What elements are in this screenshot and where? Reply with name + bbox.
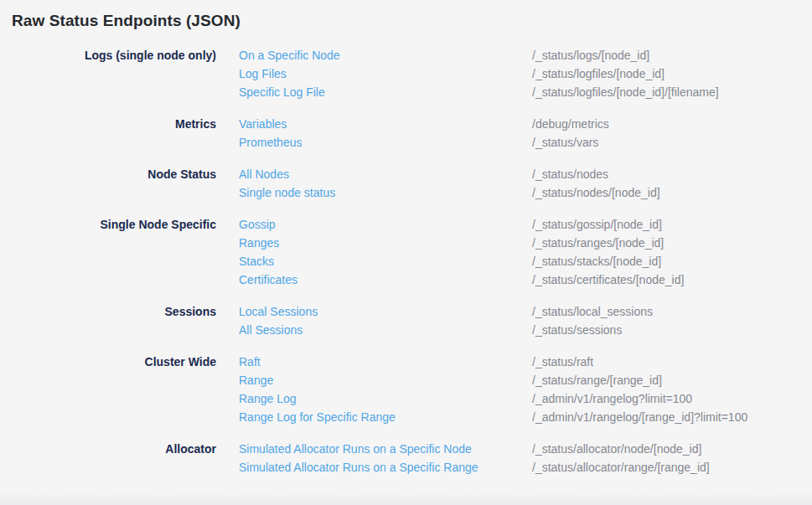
endpoint-path: /_status/raft bbox=[532, 353, 593, 371]
endpoint-link-cell: On a Specific Node bbox=[239, 46, 532, 64]
group-entries: Variables/debug/metricsPrometheus/_statu… bbox=[239, 115, 812, 152]
group-entries: All Nodes/_status/nodesSingle node statu… bbox=[239, 165, 812, 202]
endpoint-path: /_status/logfiles/[node_id]/[filename] bbox=[532, 83, 719, 101]
endpoint-row: All Sessions/_status/sessions bbox=[239, 321, 812, 339]
endpoint-link-cell: Certificates bbox=[239, 271, 532, 289]
footer-strip bbox=[0, 492, 812, 505]
group-entries: Simulated Allocator Runs on a Specific N… bbox=[239, 440, 812, 477]
endpoint-row: Range/_status/range/[range_id] bbox=[239, 371, 812, 389]
endpoint-row: All Nodes/_status/nodes bbox=[239, 165, 812, 183]
group-entries: Raft/_status/raftRange/_status/range/[ra… bbox=[239, 353, 812, 426]
group-label: Single Node Specific bbox=[0, 215, 216, 234]
endpoint-link[interactable]: Simulated Allocator Runs on a Specific N… bbox=[239, 442, 472, 456]
endpoint-group: Single Node SpecificGossip/_status/gossi… bbox=[0, 215, 812, 289]
raw-status-endpoints-page: Raw Status Endpoints (JSON) Logs (single… bbox=[0, 0, 812, 505]
endpoint-path: /_status/ranges/[node_id] bbox=[532, 234, 664, 252]
endpoint-groups: Logs (single node only)On a Specific Nod… bbox=[0, 46, 812, 477]
endpoint-path: /_status/certificates/[node_id] bbox=[532, 271, 684, 289]
endpoint-row: Range Log/_admin/v1/rangelog?limit=100 bbox=[239, 389, 812, 408]
endpoint-link-cell: Raft bbox=[239, 353, 532, 371]
endpoint-link[interactable]: Ranges bbox=[239, 236, 279, 250]
endpoint-link-cell: Range Log for Specific Range bbox=[239, 408, 532, 426]
endpoint-link[interactable]: Simulated Allocator Runs on a Specific R… bbox=[239, 461, 478, 474]
endpoint-path: /_status/gossip/[node_id] bbox=[532, 215, 662, 234]
endpoint-row: Gossip/_status/gossip/[node_id] bbox=[239, 215, 812, 234]
endpoint-link[interactable]: Raft bbox=[239, 355, 261, 368]
endpoint-link[interactable]: Range Log bbox=[239, 392, 297, 405]
endpoint-link-cell: Prometheus bbox=[239, 133, 532, 152]
group-entries: On a Specific Node/_status/logs/[node_id… bbox=[239, 46, 812, 101]
endpoint-path: /_status/sessions bbox=[532, 321, 622, 339]
endpoint-link[interactable]: Certificates bbox=[239, 273, 297, 286]
endpoint-link[interactable]: Log Files bbox=[239, 67, 287, 80]
group-label: Logs (single node only) bbox=[0, 46, 216, 64]
endpoint-row: Raft/_status/raft bbox=[239, 353, 812, 371]
endpoint-link-cell: Simulated Allocator Runs on a Specific R… bbox=[239, 458, 532, 477]
group-label: Allocator bbox=[0, 440, 216, 458]
group-label: Sessions bbox=[0, 302, 216, 321]
endpoint-group: SessionsLocal Sessions/_status/local_ses… bbox=[0, 302, 812, 339]
endpoint-path: /_status/allocator/node/[node_id] bbox=[532, 440, 701, 458]
endpoint-link-cell: Single node status bbox=[239, 183, 532, 202]
endpoint-row: Certificates/_status/certificates/[node_… bbox=[239, 271, 812, 289]
group-entries: Local Sessions/_status/local_sessionsAll… bbox=[239, 302, 812, 339]
endpoint-path: /_admin/v1/rangelog/[range_id]?limit=100 bbox=[532, 408, 747, 426]
endpoint-link-cell: Simulated Allocator Runs on a Specific N… bbox=[239, 440, 532, 458]
endpoint-link[interactable]: Stacks bbox=[239, 255, 274, 268]
endpoint-path: /_status/nodes bbox=[532, 165, 608, 183]
endpoint-link-cell: Log Files bbox=[239, 64, 532, 83]
group-label: Metrics bbox=[0, 115, 216, 133]
endpoint-row: Local Sessions/_status/local_sessions bbox=[239, 302, 812, 321]
endpoint-link-cell: Local Sessions bbox=[239, 302, 532, 321]
endpoint-link[interactable]: All Nodes bbox=[239, 167, 289, 181]
page-title: Raw Status Endpoints (JSON) bbox=[0, 0, 812, 30]
endpoint-path: /_status/nodes/[node_id] bbox=[532, 183, 660, 202]
endpoint-group: Cluster WideRaft/_status/raftRange/_stat… bbox=[0, 353, 812, 426]
endpoint-row: Specific Log File/_status/logfiles/[node… bbox=[239, 83, 812, 101]
endpoint-group: Node StatusAll Nodes/_status/nodesSingle… bbox=[0, 165, 812, 202]
endpoint-link-cell: Range bbox=[239, 371, 532, 389]
endpoint-link[interactable]: Local Sessions bbox=[239, 305, 318, 318]
group-label: Cluster Wide bbox=[0, 353, 216, 371]
endpoint-path: /_status/allocator/range/[range_id] bbox=[532, 458, 710, 477]
endpoint-row: Range Log for Specific Range/_admin/v1/r… bbox=[239, 408, 812, 426]
endpoint-link-cell: All Nodes bbox=[239, 165, 532, 183]
group-label: Node Status bbox=[0, 165, 216, 183]
endpoint-link[interactable]: Range bbox=[239, 374, 273, 387]
endpoint-link[interactable]: All Sessions bbox=[239, 323, 303, 337]
endpoint-path: /_admin/v1/rangelog?limit=100 bbox=[532, 389, 692, 408]
endpoint-link[interactable]: Range Log for Specific Range bbox=[239, 410, 396, 424]
endpoint-link[interactable]: Gossip bbox=[239, 218, 276, 231]
endpoint-group: Logs (single node only)On a Specific Nod… bbox=[0, 46, 812, 101]
endpoint-row: Simulated Allocator Runs on a Specific N… bbox=[239, 440, 812, 458]
endpoint-path: /_status/logfiles/[node_id] bbox=[532, 64, 665, 83]
endpoint-group: AllocatorSimulated Allocator Runs on a S… bbox=[0, 440, 812, 477]
endpoint-row: Variables/debug/metrics bbox=[239, 115, 812, 133]
endpoint-path: /_status/logs/[node_id] bbox=[532, 46, 649, 64]
endpoint-link-cell: Ranges bbox=[239, 234, 532, 252]
endpoint-row: Stacks/_status/stacks/[node_id] bbox=[239, 252, 812, 271]
endpoint-path: /_status/range/[range_id] bbox=[532, 371, 662, 389]
group-entries: Gossip/_status/gossip/[node_id]Ranges/_s… bbox=[239, 215, 812, 289]
endpoint-row: Prometheus/_status/vars bbox=[239, 133, 812, 152]
endpoint-link[interactable]: Variables bbox=[239, 117, 287, 131]
endpoint-row: On a Specific Node/_status/logs/[node_id… bbox=[239, 46, 812, 64]
endpoint-path: /_status/local_sessions bbox=[532, 302, 653, 321]
endpoint-link-cell: All Sessions bbox=[239, 321, 532, 339]
endpoint-row: Ranges/_status/ranges/[node_id] bbox=[239, 234, 812, 252]
endpoint-link-cell: Specific Log File bbox=[239, 83, 532, 101]
endpoint-link-cell: Stacks bbox=[239, 252, 532, 271]
endpoint-link[interactable]: Specific Log File bbox=[239, 85, 325, 99]
endpoint-path: /debug/metrics bbox=[532, 115, 609, 133]
endpoint-row: Log Files/_status/logfiles/[node_id] bbox=[239, 64, 812, 83]
endpoint-link-cell: Variables bbox=[239, 115, 532, 133]
endpoint-group: MetricsVariables/debug/metricsPrometheus… bbox=[0, 115, 812, 152]
endpoint-link-cell: Gossip bbox=[239, 215, 532, 234]
endpoint-path: /_status/vars bbox=[532, 133, 598, 152]
endpoint-row: Single node status/_status/nodes/[node_i… bbox=[239, 183, 812, 202]
endpoint-link[interactable]: Prometheus bbox=[239, 136, 302, 149]
endpoint-path: /_status/stacks/[node_id] bbox=[532, 252, 661, 271]
endpoint-link-cell: Range Log bbox=[239, 389, 532, 408]
endpoint-link[interactable]: On a Specific Node bbox=[239, 49, 340, 62]
endpoint-link[interactable]: Single node status bbox=[239, 186, 335, 199]
